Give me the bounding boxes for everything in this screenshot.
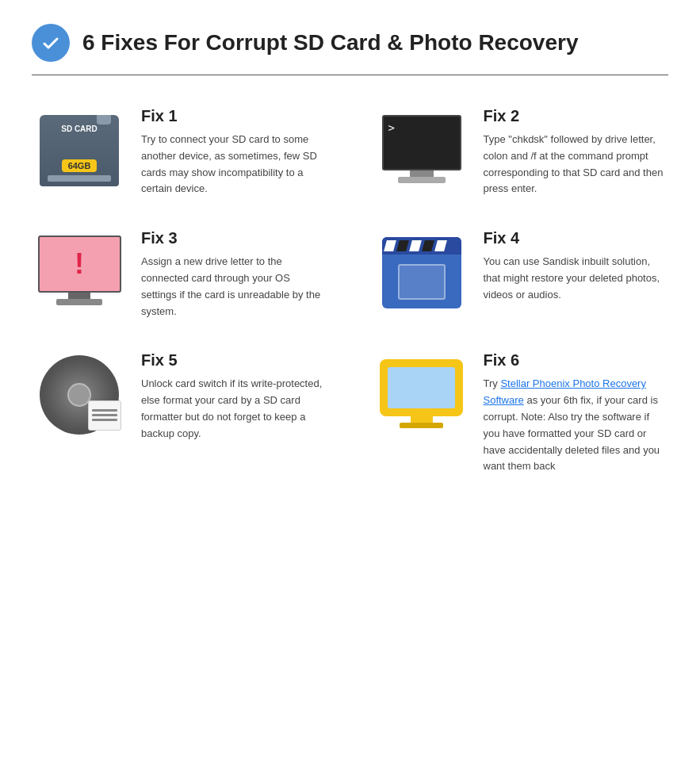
fix-4-content: Fix 4 You can use Sandisk inbuilt soluti… — [484, 229, 669, 303]
fix-5-title: Fix 5 — [141, 351, 327, 370]
fix-3-content: Fix 3 Assign a new drive letter to the c… — [141, 229, 327, 320]
clapper-body — [382, 255, 461, 308]
fix-6-text: Try Stellar Phoenix Photo Recovery Softw… — [484, 376, 669, 475]
error-base — [56, 299, 102, 305]
fix-5-icon — [32, 351, 127, 439]
page-container: 6 Fixes For Corrupt SD Card & Photo Reco… — [0, 0, 700, 499]
header-divider — [32, 75, 668, 75]
yellow-frame — [380, 359, 463, 416]
fix-5-content: Fix 5 Unlock card switch if its write-pr… — [141, 351, 327, 442]
fix-5-item: Fix 5 Unlock card switch if its write-pr… — [32, 351, 327, 475]
disk-label — [88, 400, 121, 431]
fix-3-title: Fix 3 — [141, 229, 327, 247]
fix-3-icon: ! — [32, 229, 127, 316]
terminal-base — [398, 177, 446, 183]
fix-6-item: Fix 6 Try Stellar Phoenix Photo Recovery… — [374, 351, 669, 475]
page-title: 6 Fixes For Corrupt SD Card & Photo Reco… — [82, 30, 578, 56]
fix-1-content: Fix 1 Try to connect your SD card to som… — [141, 107, 327, 197]
clapper-icon — [382, 237, 461, 308]
fix-3-item: ! Fix 3 Assign a new drive letter to the… — [32, 229, 327, 320]
clapper-film — [398, 264, 446, 300]
fix-6-text-before: Try — [484, 377, 501, 389]
disk-label-line-3 — [92, 419, 117, 421]
fix-4-item: Fix 4 You can use Sandisk inbuilt soluti… — [374, 229, 669, 320]
fix-3-text: Assign a new drive letter to the connect… — [141, 254, 327, 320]
yellow-base — [400, 423, 443, 428]
fix-5-text: Unlock card switch if its write-protecte… — [141, 376, 327, 442]
exclamation-icon: ! — [75, 247, 84, 281]
header-check-icon — [32, 24, 70, 62]
error-screen: ! — [38, 236, 121, 293]
fix-1-title: Fix 1 — [141, 107, 327, 125]
fix-4-title: Fix 4 — [484, 229, 669, 247]
terminal-icon — [378, 115, 465, 186]
fix-1-item: 64GB Fix 1 Try to connect your SD card t… — [32, 107, 327, 197]
clapper-top — [382, 237, 461, 255]
fix-2-item: Fix 2 Type "chkdsk" followed by drive le… — [374, 107, 669, 197]
fix-1-text: Try to connect your SD card to some anot… — [141, 132, 327, 197]
fix-2-text: Type "chkdsk" followed by drive letter, … — [484, 132, 669, 197]
fix-2-icon — [374, 107, 469, 194]
yellow-screen — [388, 367, 455, 408]
fix-4-icon — [374, 229, 469, 316]
fix-6-title: Fix 6 — [484, 351, 669, 370]
terminal-stand — [410, 170, 434, 177]
fix-4-text: You can use Sandisk inbuilt solution, th… — [484, 254, 669, 303]
sd-card-size-label: 64GB — [62, 159, 98, 172]
yellow-monitor-icon — [380, 359, 463, 431]
disk-icon — [38, 354, 121, 437]
disk-label-line-2 — [92, 414, 117, 416]
fix-6-icon — [374, 351, 469, 439]
fixes-grid: 64GB Fix 1 Try to connect your SD card t… — [32, 107, 668, 475]
error-stand — [68, 293, 90, 299]
fix-2-title: Fix 2 — [484, 107, 669, 125]
sd-card-icon: 64GB — [40, 115, 119, 186]
error-monitor-icon: ! — [36, 236, 123, 311]
disk-label-line-1 — [92, 409, 117, 412]
fix-6-content: Fix 6 Try Stellar Phoenix Photo Recovery… — [484, 351, 669, 475]
fix-1-icon: 64GB — [32, 107, 127, 194]
header: 6 Fixes For Corrupt SD Card & Photo Reco… — [32, 24, 668, 62]
fix-2-content: Fix 2 Type "chkdsk" followed by drive le… — [484, 107, 669, 197]
yellow-stand — [411, 416, 433, 423]
terminal-screen — [382, 115, 461, 170]
